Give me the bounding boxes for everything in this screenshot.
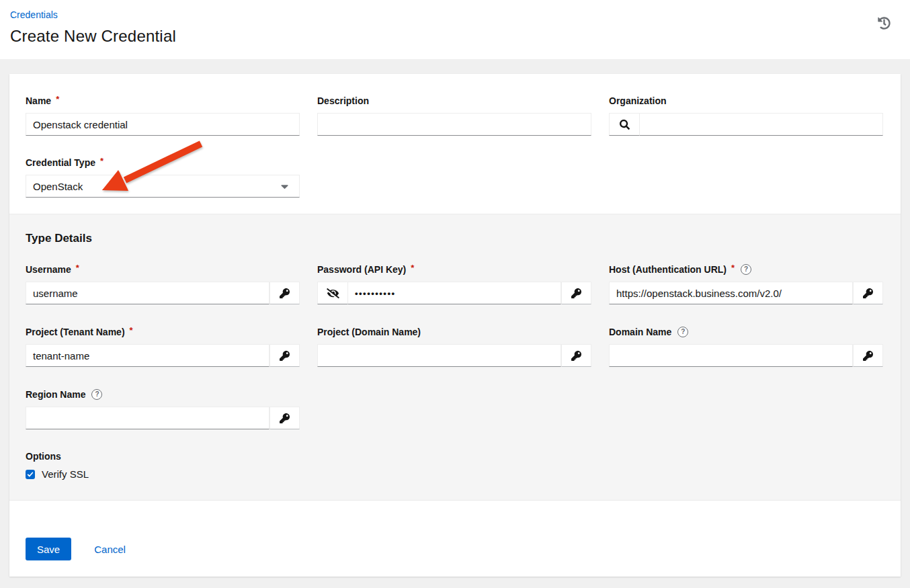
description-input[interactable] <box>317 113 591 136</box>
region-name-input[interactable] <box>26 407 270 429</box>
project-domain-input[interactable] <box>317 344 561 367</box>
host-field-group: Host (Authentication URL) * ? <box>609 263 883 304</box>
basic-fields-section: Name * Description Organization <box>9 74 901 214</box>
history-icon-glyph <box>878 17 891 30</box>
region-name-credential-lookup-button[interactable] <box>270 407 300 429</box>
project-tenant-field-group: Project (Tenant Name) * <box>26 325 300 367</box>
search-icon <box>620 120 630 130</box>
credential-type-dropdown[interactable]: OpenStack <box>26 175 300 198</box>
cancel-button[interactable]: Cancel <box>94 544 126 555</box>
region-name-field-group: Region Name ? <box>26 388 300 429</box>
page-title: Create New Credential <box>10 27 899 46</box>
history-icon[interactable] <box>876 17 891 32</box>
key-icon <box>280 351 290 361</box>
host-help-icon[interactable]: ? <box>741 264 751 275</box>
type-details-heading: Type Details <box>26 232 883 245</box>
domain-name-field-group: Domain Name ? <box>609 325 883 367</box>
page-header: Credentials Create New Credential <box>0 0 910 59</box>
username-label: Username <box>26 264 71 275</box>
organization-field-group: Organization <box>609 94 883 136</box>
key-icon <box>280 288 290 298</box>
domain-name-label: Domain Name <box>609 327 671 337</box>
required-asterisk: * <box>411 263 414 272</box>
description-label: Description <box>317 95 369 106</box>
domain-name-credential-lookup-button[interactable] <box>853 344 883 367</box>
organization-input[interactable] <box>639 113 883 136</box>
credential-type-label: Credential Type <box>26 157 95 168</box>
name-input[interactable] <box>26 113 300 136</box>
organization-label: Organization <box>609 95 667 106</box>
required-asterisk: * <box>100 157 104 165</box>
region-name-label: Region Name <box>26 389 85 400</box>
check-icon <box>27 471 34 478</box>
options-block: Options Verify SSL <box>26 451 883 480</box>
host-label: Host (Authentication URL) <box>609 264 727 275</box>
password-field-group: Password (API Key) * <box>317 263 591 304</box>
password-credential-lookup-button[interactable] <box>561 282 591 304</box>
key-icon <box>863 288 873 298</box>
credential-type-selected-value: OpenStack <box>33 181 83 192</box>
options-label: Options <box>26 451 883 462</box>
host-input[interactable] <box>609 282 853 304</box>
required-asterisk: * <box>76 263 79 272</box>
key-icon <box>571 288 581 298</box>
chevron-down-icon <box>281 184 288 189</box>
domain-name-input[interactable] <box>609 344 853 367</box>
username-credential-lookup-button[interactable] <box>270 282 300 304</box>
required-asterisk: * <box>731 263 735 272</box>
credential-type-field-group: Credential Type * OpenStack <box>26 156 300 198</box>
key-icon <box>863 351 873 361</box>
description-field-group: Description <box>317 94 591 136</box>
domain-name-help-icon[interactable]: ? <box>677 327 688 337</box>
name-label: Name <box>26 95 51 106</box>
project-tenant-label: Project (Tenant Name) <box>26 327 125 337</box>
password-label: Password (API Key) <box>317 264 406 275</box>
project-domain-label: Project (Domain Name) <box>317 327 421 337</box>
username-input[interactable] <box>26 282 270 304</box>
credential-form-card: Name * Description Organization <box>9 74 901 577</box>
project-domain-field-group: Project (Domain Name) <box>317 325 591 367</box>
key-icon <box>571 351 581 361</box>
required-asterisk: * <box>130 326 133 335</box>
name-field-group: Name * <box>26 94 300 136</box>
region-name-help-icon[interactable]: ? <box>91 389 102 400</box>
host-credential-lookup-button[interactable] <box>853 282 883 304</box>
page-body: Name * Description Organization <box>0 59 910 588</box>
project-tenant-credential-lookup-button[interactable] <box>270 344 300 367</box>
key-icon <box>280 413 290 423</box>
username-field-group: Username * <box>26 263 300 304</box>
breadcrumb-credentials-link[interactable]: Credentials <box>10 9 58 20</box>
eye-slash-icon <box>327 288 339 298</box>
verify-ssl-checkbox-row[interactable]: Verify SSL <box>26 468 883 480</box>
form-actions: Save Cancel <box>9 500 901 577</box>
type-details-section: Type Details Username * <box>9 214 901 500</box>
project-domain-credential-lookup-button[interactable] <box>561 344 591 367</box>
organization-search-button[interactable] <box>609 113 639 136</box>
project-tenant-input[interactable] <box>26 344 270 367</box>
verify-ssl-checkbox[interactable] <box>26 470 35 479</box>
password-input[interactable] <box>347 282 561 304</box>
save-button[interactable]: Save <box>26 538 71 560</box>
verify-ssl-label: Verify SSL <box>42 468 89 480</box>
required-asterisk: * <box>56 95 59 103</box>
password-toggle-visibility-button[interactable] <box>317 282 347 304</box>
